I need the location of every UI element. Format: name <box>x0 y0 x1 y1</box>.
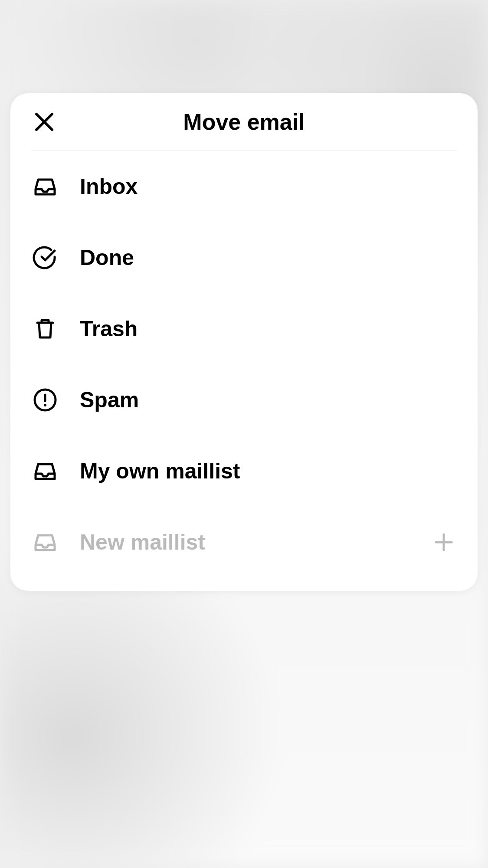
menu-item-label: Done <box>80 245 457 270</box>
inbox-icon <box>31 457 59 485</box>
trash-icon <box>31 315 59 343</box>
menu-item-spam[interactable]: Spam <box>31 364 457 436</box>
inbox-icon <box>31 173 59 200</box>
svg-point-1 <box>44 404 46 406</box>
inbox-icon <box>31 528 59 556</box>
menu-list: Inbox Done Trash <box>10 151 478 578</box>
menu-item-label: Spam <box>80 387 457 413</box>
alert-circle-icon <box>31 386 59 414</box>
menu-item-trash[interactable]: Trash <box>31 293 457 364</box>
menu-item-label: Trash <box>80 316 457 341</box>
modal-title: Move email <box>31 109 457 135</box>
close-icon <box>35 112 54 131</box>
add-maillist-button[interactable] <box>431 529 457 555</box>
menu-item-inbox[interactable]: Inbox <box>31 151 457 222</box>
move-email-modal: Move email Inbox Done <box>10 93 478 591</box>
menu-item-label: Inbox <box>80 174 457 199</box>
plus-icon <box>433 532 454 553</box>
menu-item-new-maillist[interactable]: New maillist <box>31 507 457 578</box>
menu-item-my-own-maillist[interactable]: My own maillist <box>31 436 457 507</box>
modal-header: Move email <box>10 93 478 151</box>
menu-item-label: My own maillist <box>80 459 457 484</box>
menu-item-label: New maillist <box>80 530 410 555</box>
close-button[interactable] <box>31 109 57 135</box>
menu-item-done[interactable]: Done <box>31 222 457 293</box>
check-circle-icon <box>31 244 59 272</box>
